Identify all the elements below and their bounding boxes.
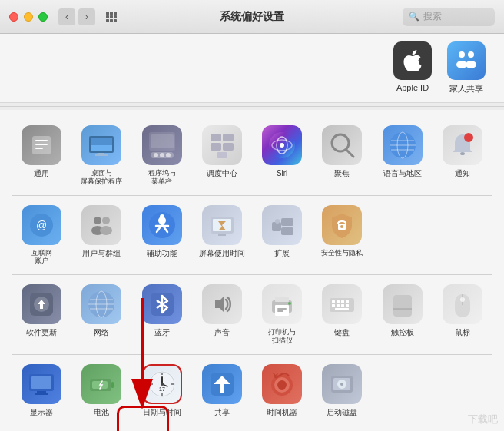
screentime-label: 屏幕使用时间	[199, 249, 245, 258]
close-button[interactable]	[9, 12, 18, 22]
svg-line-29	[346, 150, 353, 157]
pref-spotlight[interactable]: 聚焦	[313, 119, 371, 192]
datetime-icon: 17	[142, 364, 182, 404]
spotlight-label: 聚焦	[334, 169, 350, 178]
svg-point-39	[94, 217, 101, 224]
datetime-label: 日期与时间	[143, 408, 181, 417]
svg-rect-79	[332, 304, 335, 307]
apple-id-label: Apple ID	[396, 83, 429, 92]
svg-rect-93	[111, 382, 114, 388]
extensions-icon	[262, 205, 302, 245]
software-icon	[22, 284, 61, 324]
display-label: 显示器	[30, 408, 53, 417]
svg-rect-90	[37, 391, 46, 393]
pref-accessibility[interactable]: 辅助功能	[133, 199, 191, 272]
timemachine-icon	[262, 364, 302, 404]
pref-printer[interactable]: 打印机与扫描仪	[253, 278, 311, 351]
svg-point-103	[161, 383, 164, 386]
svg-rect-72	[277, 310, 284, 312]
pref-keyboard[interactable]: 键盘	[313, 278, 371, 351]
svg-rect-35	[460, 152, 465, 155]
pref-timemachine[interactable]: 时间机器	[253, 358, 311, 423]
forward-button[interactable]: ›	[78, 8, 95, 25]
pref-sound[interactable]: 声音	[193, 278, 251, 351]
family-sharing-icon-item[interactable]: 家人共享	[447, 41, 486, 94]
pref-startup[interactable]: 启动磁盘	[313, 358, 371, 423]
language-icon	[383, 125, 423, 165]
keyboard-label: 键盘	[334, 328, 350, 337]
security-label: 安全性与隐私	[321, 249, 363, 257]
printer-label: 打印机与扫描仪	[268, 328, 296, 345]
pref-language[interactable]: 语言与地区	[373, 119, 432, 192]
svg-point-16	[154, 153, 158, 157]
svg-rect-6	[35, 144, 48, 145]
zoom-button[interactable]	[38, 12, 48, 22]
internet-label: 互联网账户	[32, 249, 52, 266]
separator-row1	[12, 195, 492, 196]
pref-extensions[interactable]: 扩展	[253, 199, 311, 272]
pref-siri[interactable]: Siri	[253, 119, 311, 192]
svg-point-2	[456, 61, 467, 68]
software-label: 软件更新	[26, 328, 57, 337]
apple-id-icon-item[interactable]: Apple ID	[393, 41, 432, 94]
svg-rect-51	[218, 234, 226, 236]
svg-rect-77	[341, 300, 344, 303]
pref-empty2	[433, 199, 492, 272]
pref-sharing[interactable]: 共享	[193, 358, 251, 423]
dock-label: 程序坞与菜单栏	[148, 169, 176, 186]
pref-notification[interactable]: 通知	[433, 119, 492, 192]
svg-point-27	[280, 143, 284, 148]
general-icon	[22, 125, 61, 165]
window-title: 系统偏好设置	[220, 10, 284, 24]
pref-screentime[interactable]: 屏幕使用时间	[193, 199, 251, 272]
siri-icon	[262, 125, 302, 165]
svg-rect-84	[393, 295, 412, 317]
minimize-button[interactable]	[24, 12, 33, 22]
prefs-row-3: 软件更新 网络	[12, 278, 492, 351]
apps-grid-button[interactable]	[103, 8, 120, 25]
sound-label: 声音	[214, 328, 230, 337]
pref-software[interactable]: 软件更新	[12, 278, 71, 351]
family-sharing-icon	[447, 41, 486, 80]
general-label: 通用	[34, 169, 49, 178]
pref-network[interactable]: 网络	[72, 278, 131, 351]
desktop-icon	[81, 125, 121, 165]
grid-icon	[106, 12, 117, 22]
trackpad-label: 触控板	[391, 328, 414, 337]
pref-general[interactable]: 通用	[12, 119, 71, 192]
mission-label: 调度中心	[207, 169, 237, 178]
prefs-row-4: 显示器 电池	[12, 358, 492, 423]
svg-rect-87	[460, 297, 465, 302]
pref-internet[interactable]: @ 互联网账户	[12, 199, 71, 272]
back-button[interactable]: ‹	[58, 8, 75, 25]
pref-mouse[interactable]: 鼠标	[433, 278, 492, 351]
search-bar[interactable]: 🔍 搜索	[403, 8, 495, 26]
pref-dock[interactable]: 程序坞与菜单栏	[133, 119, 191, 192]
security-icon	[322, 205, 362, 245]
svg-point-57	[340, 225, 343, 228]
svg-point-108	[277, 380, 287, 390]
svg-rect-70	[275, 297, 289, 302]
svg-rect-53	[275, 219, 280, 224]
separator-row3	[12, 354, 492, 355]
users-label: 用户与群组	[82, 249, 121, 258]
mouse-icon	[443, 284, 482, 324]
pref-battery[interactable]: 电池	[72, 358, 131, 423]
search-placeholder: 搜索	[423, 10, 442, 23]
pref-users[interactable]: 用户与群组	[72, 199, 131, 272]
printer-icon	[262, 284, 302, 324]
svg-rect-14	[151, 134, 174, 148]
svg-point-36	[464, 133, 473, 142]
pref-desktop[interactable]: 桌面与屏幕保护程序	[72, 119, 131, 192]
svg-rect-21	[211, 143, 221, 151]
pref-bluetooth[interactable]: 蓝牙	[133, 278, 191, 351]
pref-trackpad[interactable]: 触控板	[373, 278, 432, 351]
pref-display[interactable]: 显示器	[12, 358, 71, 423]
svg-rect-11	[98, 153, 104, 154]
pref-empty3	[373, 358, 432, 423]
pref-mission[interactable]: 调度中心	[193, 119, 251, 192]
pref-datetime[interactable]: 17 日期与时间	[133, 358, 191, 423]
pref-security[interactable]: 安全性与隐私	[313, 199, 371, 272]
language-label: 语言与地区	[383, 169, 422, 178]
network-label: 网络	[94, 328, 109, 337]
